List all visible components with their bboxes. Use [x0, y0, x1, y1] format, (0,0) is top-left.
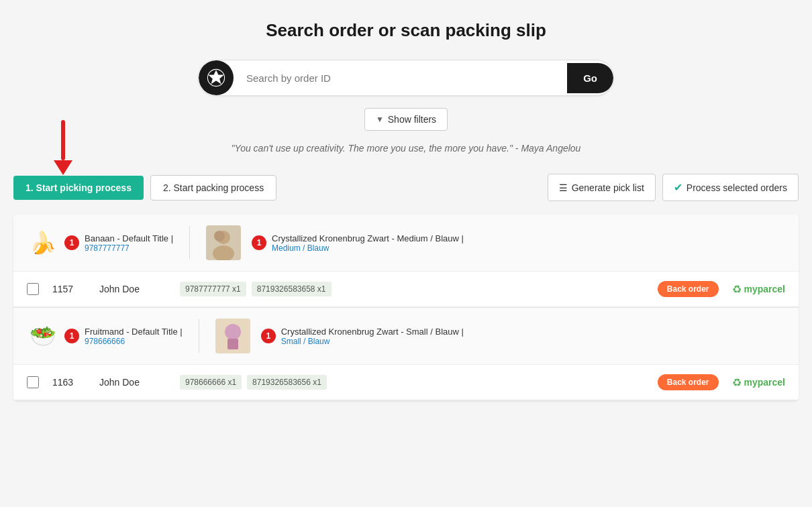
page-title: Search order or scan packing slip [13, 20, 799, 41]
order-tags-2: 978666666 x1 8719326583656 x1 [180, 375, 644, 390]
action-buttons-row: 1. Start picking process 2. Start packin… [13, 174, 799, 201]
go-button[interactable]: Go [567, 63, 613, 93]
product-badge-2: 1 [252, 235, 266, 250]
brand-icon [199, 60, 234, 95]
product-item-3: 🥗 1 Fruitmand - Default Title | 97866666… [27, 320, 183, 352]
order-tag-1b: 8719326583658 x1 [252, 282, 332, 296]
orders-list: 🍌 1 Banaan - Default Title | 9787777777 … [13, 215, 799, 401]
back-order-badge-2: Back order [658, 374, 719, 390]
filter-section: ▼ Show filters [13, 108, 799, 131]
product-info-3: Fruitmand - Default Title | 978666666 [85, 327, 183, 346]
product-sku-1[interactable]: 9787777777 [85, 243, 173, 253]
process-orders-button[interactable]: ✔ Process selected orders [662, 174, 799, 201]
product-desc-4: Crystallized Kronenbrug Zwart - Small / … [281, 327, 464, 337]
product-info-1: Banaan - Default Title | 9787777777 [85, 233, 173, 253]
back-order-badge-1: Back order [658, 281, 719, 297]
order-details-row-1: 1157 John Doe 9787777777 x1 871932658365… [13, 272, 799, 308]
svg-point-7 [225, 324, 241, 340]
myparcel-text-1: myparcel [744, 284, 785, 294]
order-tag-2b: 8719326583656 x1 [247, 375, 327, 390]
check-icon: ✔ [674, 181, 682, 194]
right-action-buttons: ☰ Generate pick list ✔ Process selected … [548, 174, 799, 201]
myparcel-text-2: myparcel [744, 377, 785, 388]
myparcel-logo-1: ♻ myparcel [732, 283, 785, 296]
svg-marker-1 [209, 70, 223, 84]
product-desc-2: Crystallized Kronenbrug Zwart - Medium /… [272, 233, 464, 243]
search-section: Go [13, 60, 799, 96]
show-filters-label: Show filters [388, 114, 436, 125]
product-image-fruit: 🥗 [27, 320, 59, 352]
show-filters-button[interactable]: ▼ Show filters [364, 108, 448, 131]
svg-point-5 [214, 231, 225, 241]
order-details-row-2: 1163 John Doe 978666666 x1 8719326583656… [13, 365, 799, 401]
order-number-2: 1163 [52, 377, 86, 388]
product-item-2: 1 Crystallized Kronenbrug Zwart - Medium… [252, 233, 464, 253]
product-badge-4: 1 [261, 329, 276, 343]
search-input[interactable] [233, 63, 567, 93]
start-picking-button[interactable]: 1. Start picking process [13, 176, 144, 200]
product-name-1: Banaan - Default Title | [85, 233, 173, 243]
myparcel-logo-2: ♻ myparcel [732, 376, 785, 389]
product-info-2: Crystallized Kronenbrug Zwart - Medium /… [272, 233, 464, 253]
order-products-row: 🍌 1 Banaan - Default Title | 9787777777 … [13, 215, 799, 272]
product-item-1: 🍌 1 Banaan - Default Title | 9787777777 [27, 227, 173, 259]
search-bar: Go [198, 60, 614, 96]
product-thumbnail-1 [206, 225, 241, 260]
order-tag-2a: 978666666 x1 [180, 375, 242, 390]
product-variant-4: Small / Blauw [281, 337, 464, 346]
list-icon: ☰ [559, 182, 568, 193]
myparcel-icon-1: ♻ [732, 283, 742, 296]
red-arrow-indicator [54, 120, 72, 175]
process-orders-label: Process selected orders [687, 182, 787, 193]
order-checkbox-2[interactable] [27, 376, 39, 388]
filter-icon: ▼ [376, 115, 384, 124]
product-divider [189, 226, 190, 260]
product-badge-1: 1 [64, 235, 79, 250]
order-number-1: 1157 [52, 284, 86, 294]
order-products-row-2: 🥗 1 Fruitmand - Default Title | 97866666… [13, 308, 799, 365]
product-divider-2 [199, 319, 199, 353]
product-sku-3[interactable]: 978666666 [85, 337, 183, 346]
order-checkbox-1[interactable] [27, 283, 39, 295]
product-name-3: Fruitmand - Default Title | [85, 327, 183, 337]
myparcel-icon-2: ♻ [732, 376, 742, 389]
order-tag-1a: 9787777777 x1 [180, 282, 246, 296]
product-image-banana: 🍌 [27, 227, 59, 259]
product-item-4: 1 Crystallized Kronenbrug Zwart - Small … [261, 327, 464, 346]
generate-picklist-label: Generate pick list [572, 182, 644, 193]
generate-picklist-button[interactable]: ☰ Generate pick list [548, 174, 656, 201]
product-thumbnail-2 [215, 319, 250, 353]
start-packing-button[interactable]: 2. Start packing process [150, 175, 276, 201]
svg-rect-8 [227, 339, 238, 349]
quote: "You can't use up creativity. The more y… [13, 143, 799, 154]
product-badge-3: 1 [64, 329, 79, 343]
order-customer-1: John Doe [99, 284, 166, 294]
order-customer-2: John Doe [99, 377, 166, 388]
product-info-4: Crystallized Kronenbrug Zwart - Small / … [281, 327, 464, 346]
product-variant-2: Medium / Blauw [272, 243, 464, 253]
order-tags-1: 9787777777 x1 8719326583658 x1 [180, 282, 644, 296]
